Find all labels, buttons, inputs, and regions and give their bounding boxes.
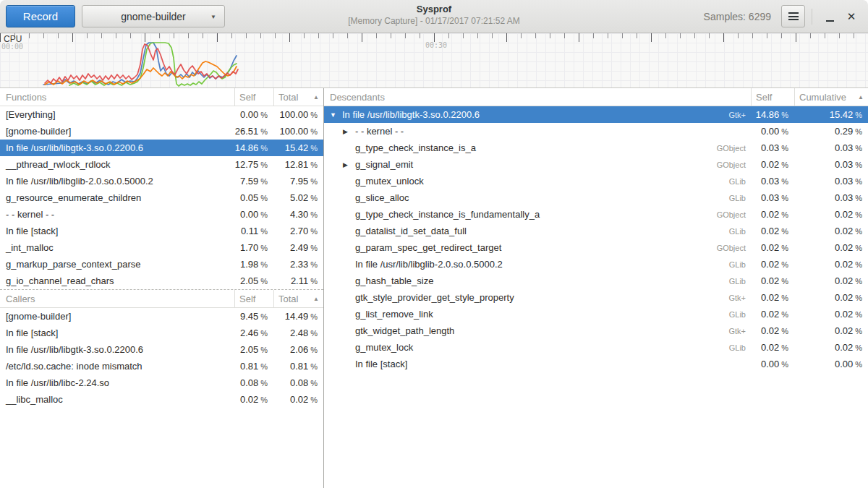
percent-cell: 0.81% (234, 361, 273, 372)
sort-arrow-icon: ▲ (858, 94, 864, 100)
expander-collapsed-icon[interactable]: ▶ (343, 128, 355, 135)
percent-cell: 15.42% (794, 109, 868, 120)
percent-cell: 0.02% (794, 226, 868, 236)
table-row[interactable]: [gnome-builder]9.45%14.49% (0, 308, 323, 325)
library-badge: Gtk+ (728, 111, 751, 119)
percent-cell: 0.03% (794, 142, 868, 153)
chevron-down-icon: ▼ (210, 14, 216, 20)
library-badge: GLib (729, 310, 751, 319)
column-header-total[interactable]: Total ▲ (273, 290, 323, 307)
percent-cell: 0.02% (794, 242, 868, 253)
tree-row[interactable]: In file [stack]0.00%0.00% (324, 356, 868, 372)
percent-cell: 2.70% (273, 226, 323, 236)
callers-table-body: [gnome-builder]9.45%14.49%In file [stack… (0, 308, 323, 408)
column-header-callers[interactable]: Callers (0, 290, 234, 307)
column-header-total[interactable]: Total ▲ (273, 88, 323, 106)
expander-collapsed-icon[interactable]: ▶ (343, 161, 355, 168)
column-header-descendants[interactable]: Descendants (324, 88, 751, 106)
main-content: Functions Self Total ▲ [Everything]0.00%… (0, 88, 868, 488)
function-name: g_list_remove_link (355, 309, 433, 320)
percent-cell: 0.02% (794, 209, 868, 220)
table-row[interactable]: _int_malloc1.70%2.49% (0, 239, 323, 256)
descendant-name-cell: g_datalist_id_set_data_fullGLib (324, 226, 751, 236)
function-name: In file /usr/lib/libglib-2.0.so.0.5000.2 (0, 176, 234, 187)
time-label-start: 00:00 (1, 43, 23, 51)
column-header-self[interactable]: Self (751, 88, 794, 106)
cpu-graph[interactable]: CPU 00:00 00:30 (0, 33, 868, 88)
percent-cell: 2.49% (273, 242, 323, 253)
descendants-table-header: Descendants Self Cumulative ▲ (324, 88, 868, 106)
function-name: gtk_widget_path_length (355, 325, 454, 336)
descendant-name-cell: g_mutex_lockGLib (324, 342, 751, 353)
descendant-name-cell: g_type_check_instance_is_aGObject (324, 142, 751, 153)
column-header-total-label: Total (278, 92, 298, 103)
column-header-cumulative[interactable]: Cumulative ▲ (794, 88, 868, 106)
library-badge: GLib (729, 177, 751, 186)
table-row[interactable]: - - kernel - -0.00%4.30% (0, 206, 323, 223)
library-badge: GLib (729, 277, 751, 286)
library-badge: GObject (717, 160, 751, 169)
column-header-self[interactable]: Self (234, 290, 273, 307)
table-row[interactable]: In file /usr/lib/libgtk-3.so.0.2200.614.… (0, 140, 323, 156)
table-row[interactable]: g_resource_enumerate_children0.05%5.02% (0, 189, 323, 206)
function-name: In file /usr/lib/libglib-2.0.so.0.5000.2 (355, 259, 503, 270)
percent-cell: 5.02% (273, 192, 323, 203)
table-row[interactable]: In file [stack]0.11%2.70% (0, 223, 323, 239)
target-selector-label: gnome-builder (121, 11, 186, 22)
descendant-name-cell: g_hash_table_sizeGLib (324, 275, 751, 286)
tree-row[interactable]: g_param_spec_get_redirect_targetGObject0… (324, 239, 868, 256)
tree-row[interactable]: gtk_style_provider_get_style_propertyGtk… (324, 289, 868, 306)
tree-row[interactable]: gtk_widget_path_lengthGtk+0.02%0.02% (324, 322, 868, 339)
table-row[interactable]: /etc/ld.so.cache: inode mismatch0.81%0.8… (0, 358, 323, 374)
menu-button[interactable] (781, 5, 805, 27)
descendant-name-cell: g_list_remove_linkGLib (324, 309, 751, 320)
table-row[interactable]: __libc_malloc0.02%0.02% (0, 391, 323, 408)
percent-cell: 1.70% (234, 242, 273, 253)
table-row[interactable]: __pthread_rwlock_rdlock12.75%12.81% (0, 156, 323, 173)
percent-cell: 7.59% (234, 176, 273, 187)
table-row[interactable]: [gnome-builder]26.51%100.00% (0, 123, 323, 140)
tree-row[interactable]: g_slice_allocGLib0.03%0.03% (324, 189, 868, 206)
table-row[interactable]: In file [stack]2.46%2.48% (0, 325, 323, 341)
record-button[interactable]: Record (6, 5, 75, 27)
function-name: - - kernel - - (0, 209, 234, 220)
tree-row[interactable]: g_mutex_lockGLib0.02%0.02% (324, 339, 868, 356)
minimize-button[interactable] (819, 6, 841, 27)
percent-cell: 0.08% (273, 377, 323, 388)
tree-row[interactable]: g_datalist_id_set_data_fullGLib0.02%0.02… (324, 223, 868, 239)
tree-row[interactable]: In file /usr/lib/libglib-2.0.so.0.5000.2… (324, 256, 868, 273)
tree-row[interactable]: ▶- - kernel - -0.00%0.29% (324, 123, 868, 140)
function-name: g_hash_table_size (355, 275, 433, 286)
function-name: g_mutex_lock (355, 342, 413, 353)
expander-expanded-icon[interactable]: ▼ (330, 111, 342, 119)
tree-row[interactable]: g_hash_table_sizeGLib0.02%0.02% (324, 273, 868, 289)
percent-cell: 100.00% (273, 126, 323, 137)
tree-row[interactable]: g_list_remove_linkGLib0.02%0.02% (324, 306, 868, 322)
table-row[interactable]: g_markup_parse_context_parse1.98%2.33% (0, 256, 323, 273)
table-row[interactable]: In file /usr/lib/libgtk-3.so.0.2200.62.0… (0, 341, 323, 358)
column-header-functions[interactable]: Functions (0, 88, 234, 106)
tree-row[interactable]: g_mutex_unlockGLib0.03%0.03% (324, 173, 868, 189)
tree-row[interactable]: ▼In file /usr/lib/libgtk-3.so.0.2200.6Gt… (324, 106, 868, 123)
function-name: __libc_malloc (0, 394, 234, 405)
percent-cell: 0.03% (794, 176, 868, 187)
percent-cell: 0.02% (794, 325, 868, 336)
percent-cell: 0.02% (751, 226, 794, 236)
percent-cell: 0.02% (794, 309, 868, 320)
function-name: gtk_style_provider_get_style_property (355, 292, 514, 303)
target-selector-dropdown[interactable]: gnome-builder ▼ (82, 5, 225, 27)
table-row[interactable]: In file /usr/lib/libglib-2.0.so.0.5000.2… (0, 173, 323, 189)
table-row[interactable]: In file /usr/lib/libc-2.24.so0.08%0.08% (0, 374, 323, 391)
percent-cell: 0.02% (794, 275, 868, 286)
function-name: In file /usr/lib/libgtk-3.so.0.2200.6 (0, 142, 234, 153)
close-button[interactable]: ✕ (841, 6, 862, 27)
tree-row[interactable]: g_type_check_instance_is_aGObject0.03%0.… (324, 140, 868, 156)
percent-cell: 0.00% (751, 359, 794, 369)
tree-row[interactable]: ▶g_signal_emitGObject0.02%0.03% (324, 156, 868, 173)
table-row[interactable]: g_io_channel_read_chars2.05%2.11% (0, 273, 323, 289)
table-row[interactable]: [Everything]0.00%100.00% (0, 106, 323, 123)
callers-section: Callers Self Total ▲ [gnome-builder]9.45… (0, 290, 323, 408)
function-name: In file /usr/lib/libgtk-3.so.0.2200.6 (0, 344, 234, 355)
column-header-self[interactable]: Self (234, 88, 273, 106)
tree-row[interactable]: g_type_check_instance_is_fundamentally_a… (324, 206, 868, 223)
